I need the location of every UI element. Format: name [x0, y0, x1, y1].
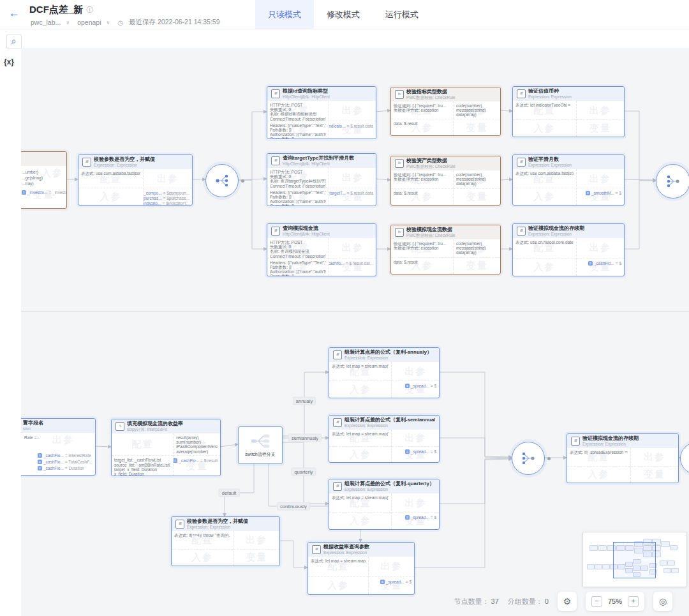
node-body-right: 出参变量≡_spread...= $	[392, 493, 439, 529]
query-params-by-yield-node[interactable]: ≣根据收益率查询参数Expression: Expression配置表达式: l…	[307, 542, 415, 595]
watermark-text: 入参	[533, 123, 555, 135]
node-subtitle: scipy计算: Interp1dFit	[127, 427, 183, 432]
node-body: 配置表达式: if(==4){ throw "查询的...入参出参变量	[172, 531, 279, 566]
assemble-spread-formula-annualy-node[interactable]: ≣组装计算点差的公式（复利-annualy）Expression: Expres…	[329, 347, 440, 398]
minimap[interactable]	[582, 532, 687, 587]
node-body-right: 出参变量≡_spread...= $	[392, 362, 439, 398]
node-config-line: data(array)	[456, 181, 498, 186]
variable-tag: ≡_investm...= _investm...	[22, 190, 67, 195]
zoom-out-button[interactable]: −	[591, 596, 602, 607]
node-header-text: 校验指标类型数据PWC数据校验: CheckRule	[406, 89, 456, 100]
http-node-icon: ≣	[271, 156, 280, 165]
node-config-line: Authorization: [{"name":"authTyp...	[270, 132, 326, 137]
variable-tag-name: _indicato...	[329, 124, 345, 128]
node-title: 根据id查询指标类型	[283, 88, 330, 94]
breadcrumb: pwc_lab... ∨ openapi ∨ ◷ 最近保存 2022-06-21…	[31, 18, 220, 27]
verify-valuation-currency-node[interactable]: ≣验证估值币种Expression: Expression配置表达式: let …	[512, 86, 625, 137]
variable-tag-name: _cashflo...	[329, 261, 344, 266]
input-quadrant: 入参	[329, 447, 391, 462]
variable-tag: ≡_smoothM...= $	[579, 191, 621, 195]
back-icon[interactable]: ←	[8, 6, 20, 20]
set-field-name-node[interactable]: 置字段名sion出参Rate =...≡_cashFlo...= Interes…	[21, 418, 96, 476]
variable-quadrant: 变量≡_targetT...= $.result.data	[329, 188, 376, 206]
zoom-in-button[interactable]: +	[628, 596, 639, 607]
check-params-assign-bottom-node[interactable]: ≣校验参数是否为空，并赋值Expression: Expression配置表达式…	[171, 516, 280, 566]
variable-quadrant: 变量≡_smoothM...= $	[577, 188, 624, 205]
variable-tag: ≡_cashFlo...= $	[579, 261, 621, 266]
branch-label: annualy	[293, 397, 316, 405]
branch-label: semiannualy	[288, 434, 322, 442]
node-config-line: 表达式: let map = stream.map()...	[332, 495, 389, 500]
watermark-text: 出参	[404, 365, 426, 377]
verify-sim-cashflow-duration-top-node[interactable]: ≣验证模拟现金流的存续期Expression: Expression配置表达式:…	[512, 223, 625, 276]
variable-tag-value: = $indicatorT...	[163, 201, 189, 205]
node-header-text: 校验参数是否为空，并赋值Expression: Expression	[187, 518, 248, 530]
flow-canvas[interactable]: 节点数量：37 分组数量：0 ⚙ − 75% + ◎ 入参变量...umber)…	[21, 48, 689, 616]
validate-asset-type-data-node[interactable]: fx校验资产类型数据PWC数据校验: CheckRule配置验证规则: [ { …	[390, 156, 501, 206]
merge-bottom-connector[interactable]	[512, 442, 545, 475]
settings-button[interactable]: ⚙	[558, 592, 577, 611]
output-quadrant: 出参	[577, 101, 624, 120]
branch-label: continuously	[277, 502, 310, 511]
fill-cashflow-yield-node[interactable]: ∿填充模拟现金流的收益率scipy计算: Interp1dFit配置入参targ…	[111, 419, 221, 476]
variable-tag-icon: ≡	[174, 458, 177, 463]
expression-node-icon: ≣	[333, 350, 342, 359]
api-select[interactable]: openapi	[77, 19, 101, 26]
node-config-line: Query参数: []	[270, 274, 326, 276]
node-config-line: Headers: [{"valueType":"Text","n...	[270, 260, 326, 265]
info-icon[interactable]: ⓘ	[86, 5, 93, 15]
node-subtitle: PWC数据校验: CheckRule	[406, 233, 456, 238]
node-config-line: iPaaSComponentVersion(string)	[176, 444, 218, 449]
node-config-line: code(number)	[456, 172, 498, 177]
tab-edit-mode[interactable]: 修改模式	[314, 0, 373, 29]
watermark-text: 入参	[350, 515, 371, 527]
tab-readonly-mode[interactable]: 只读模式	[255, 0, 314, 29]
watermark-text: 入参	[350, 449, 371, 461]
variable-tag-icon: ≡	[405, 515, 410, 520]
minimap-viewport[interactable]	[613, 542, 656, 578]
node-title: 验证估值币种	[528, 88, 572, 94]
node-body: 配置验证规则: [ { "required": tru...失败处理方式: ex…	[391, 239, 500, 274]
minimap-node	[589, 545, 598, 551]
node-config-line: source_list: _amDBInRateListGro...	[114, 463, 170, 467]
variable-tag: ≡_indicato...= $indicatorT...	[146, 201, 189, 205]
switch-branch-node[interactable]: switch流程分支	[238, 426, 283, 464]
verify-sim-cashflow-duration-bottom-node[interactable]: ≣验证模拟现金流的存续期Expression: Expression配置表达式:…	[567, 433, 679, 483]
merge-top-connector[interactable]	[656, 164, 689, 199]
variable-panel-icon[interactable]: {x}	[4, 57, 14, 66]
query-simulated-cashflow-node[interactable]: ≣查询模拟现金流HttpClient插件: HttpClient配置HTTP方法…	[267, 223, 376, 276]
split-top-connector[interactable]	[205, 164, 239, 197]
tab-run-mode[interactable]: 运行模式	[373, 0, 431, 29]
query-targettype-smooth-months-node[interactable]: ≣查询targetType并找到平滑月数HttpClient插件: HttpCl…	[267, 153, 376, 206]
variable-tag: ≡_spread...= $	[371, 580, 411, 584]
validate-sim-cashflow-data-node[interactable]: fx校验模拟现金流数据PWC数据校验: CheckRule配置验证规则: [ {…	[390, 225, 501, 274]
last-saved-text: 最近保存 2022-06-21 14:35:59	[129, 18, 219, 27]
input-quadrant: 入参	[513, 120, 576, 137]
upstream-check-node[interactable]: 入参变量...umber)...ge(string)...rray)≡_inve…	[21, 151, 67, 209]
node-config-line: HTTP方法: POST	[270, 170, 326, 174]
variable-tag: ≡_cashFlo...= InterestRate	[38, 453, 91, 458]
variable-tag-name: _cashFlo...	[594, 261, 614, 266]
verify-smooth-months-node[interactable]: ≣验证平滑月数Expression: Expression配置表达式: use …	[512, 154, 625, 206]
node-header: ≣验证模拟现金流的存续期Expression: Expression	[567, 434, 678, 448]
node-body: 配置表达式: let indicatorTypeObj = _i...入参出参变…	[513, 101, 624, 137]
search-button[interactable]: ⌕	[6, 34, 22, 49]
workspace-select[interactable]: pwc_lab...	[31, 19, 61, 26]
validate-indicator-type-data-node[interactable]: fx校验指标类型数据PWC数据校验: CheckRule配置验证规则: [ { …	[390, 87, 501, 136]
node-subtitle: PWC数据校验: CheckRule	[406, 164, 456, 169]
assemble-spread-formula-semiannualy-node[interactable]: ≣组装计算点差的公式（复利-semiannualy）Expression: Ex…	[329, 415, 440, 463]
variable-tag-name: _indicato...	[144, 201, 161, 205]
node-config-line: Query参数: []	[270, 137, 326, 139]
variable-tag-name: _spread...	[411, 449, 429, 454]
minimap-node	[602, 564, 610, 569]
watermark-text: 入参	[533, 261, 555, 273]
check-params-assign-top-node[interactable]: ≣校验参数是否为空，并赋值Expression: Expression配置表达式…	[78, 154, 193, 206]
variable-tag-value: = TotalCashF...	[65, 460, 93, 464]
node-body-left: 配置验证规则: [ { "required": tru...失败处理方式: ex…	[391, 101, 454, 135]
node-config-line: 验证规则: [ { "required": tru...	[394, 241, 450, 246]
input-quadrant: 入参	[329, 513, 391, 529]
query-indicator-type-node[interactable]: ≣根据id查询指标类型HttpClient插件: HttpClient配置HTT…	[267, 86, 376, 139]
node-header: fx校验资产类型数据PWC数据校验: CheckRule	[391, 156, 500, 170]
assemble-spread-formula-quarterly-node[interactable]: ≣组装计算点差的公式（复利-quarterly）Expression: Expr…	[329, 479, 440, 530]
locate-button[interactable]: ◎	[653, 592, 672, 611]
